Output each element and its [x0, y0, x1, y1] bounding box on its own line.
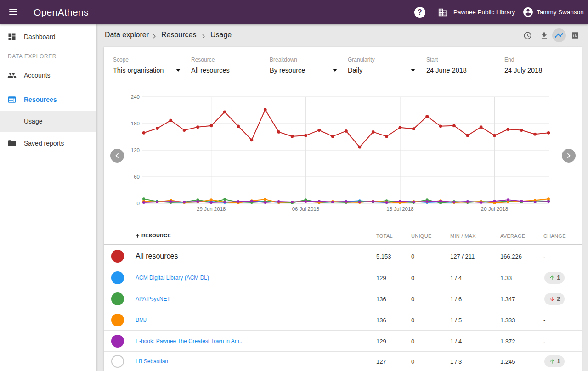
- svg-text:60: 60: [134, 174, 140, 180]
- svg-text:20 Jul 2018: 20 Jul 2018: [481, 206, 508, 212]
- svg-text:0: 0: [137, 201, 140, 206]
- svg-text:180: 180: [131, 121, 140, 126]
- svg-text:240: 240: [131, 94, 140, 100]
- svg-text:29 Jun 2018: 29 Jun 2018: [197, 206, 226, 212]
- svg-text:120: 120: [131, 147, 140, 153]
- svg-text:06 Jul 2018: 06 Jul 2018: [292, 206, 319, 212]
- svg-text:13 Jul 2018: 13 Jul 2018: [386, 206, 413, 212]
